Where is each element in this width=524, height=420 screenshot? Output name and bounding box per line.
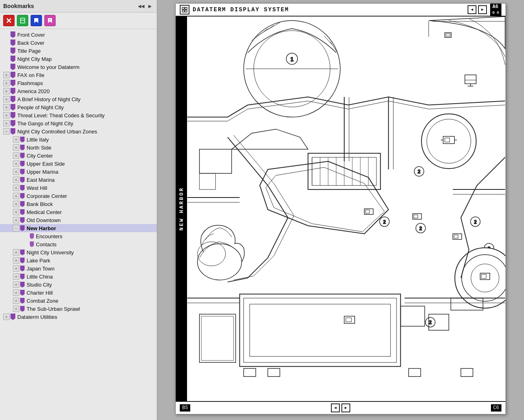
bookmark-item-brief-history[interactable]: +A Brief History of Night City bbox=[0, 95, 157, 103]
close-panel-btn[interactable]: ▶ bbox=[146, 2, 154, 10]
expand-btn-new-harbor[interactable]: − bbox=[13, 225, 19, 231]
bookmark-item-flashmaps[interactable]: +Flashmaps bbox=[0, 79, 157, 87]
map-header-title: DATATERM DISPLAY SYSTEM bbox=[193, 6, 289, 13]
expand-btn-city-center[interactable]: + bbox=[13, 152, 19, 159]
bookmark-flag-title-page bbox=[10, 48, 15, 54]
bookmark-label-threat-level: Threat Level: Theat Codes & Security bbox=[17, 112, 105, 119]
bookmark-item-fax-on-file[interactable]: +FAX on File bbox=[0, 71, 157, 79]
toolbar-bookmark-nav-btn[interactable] bbox=[31, 15, 42, 26]
bookmark-flag-studio-city bbox=[20, 282, 25, 288]
bookmark-flag-east-marina bbox=[20, 177, 25, 183]
expand-btn-west-hill[interactable]: + bbox=[13, 185, 19, 191]
expand-btn-lake-park[interactable]: + bbox=[13, 257, 19, 264]
expand-btn-medical-center[interactable]: + bbox=[13, 209, 19, 215]
bookmark-item-gangs[interactable]: +The Gangs of Night City bbox=[0, 119, 157, 127]
footer-nav bbox=[331, 403, 350, 412]
expand-btn-upper-marina[interactable]: + bbox=[13, 168, 19, 175]
expand-btn-night-city-czs[interactable]: − bbox=[3, 128, 10, 135]
bookmark-item-city-center[interactable]: +City Center bbox=[0, 152, 157, 160]
expand-btn-old-downtown[interactable]: + bbox=[13, 217, 19, 223]
expand-btn-people[interactable]: + bbox=[3, 104, 10, 110]
bookmark-label-welcome: Welcome to your Dataterm bbox=[17, 64, 79, 70]
bookmark-flag-old-downtown bbox=[20, 217, 25, 223]
bookmark-label-encounters: Encounters bbox=[36, 233, 62, 239]
bookmark-label-people: People of Night City bbox=[17, 104, 64, 110]
bookmark-flag-corporate-center bbox=[20, 193, 25, 199]
bookmark-label-combat-zone: Combat Zone bbox=[27, 298, 58, 304]
bookmark-flag-charter-hill bbox=[20, 290, 25, 296]
bookmark-flag-welcome bbox=[10, 64, 15, 70]
expand-btn-bank-block[interactable]: + bbox=[13, 201, 19, 207]
expand-btn-combat-zone[interactable]: + bbox=[13, 297, 19, 304]
bookmark-item-little-china[interactable]: +Little China bbox=[0, 272, 157, 281]
toolbar-bookmark-add-btn[interactable] bbox=[17, 15, 28, 26]
bookmark-item-charter-hill[interactable]: +Charter Hill bbox=[0, 289, 157, 297]
bookmark-item-people[interactable]: +People of Night City bbox=[0, 103, 157, 111]
bookmark-item-studio-city[interactable]: +Studio City bbox=[0, 281, 157, 289]
expand-btn-america-2020[interactable]: + bbox=[3, 88, 10, 94]
expand-btn-gangs[interactable]: + bbox=[3, 120, 10, 127]
bookmark-item-north-side[interactable]: +North Side bbox=[0, 143, 157, 152]
bookmark-item-threat-level[interactable]: +Threat Level: Theat Codes & Security bbox=[0, 111, 157, 119]
bookmark-item-west-hill[interactable]: +West Hill bbox=[0, 184, 157, 192]
bookmark-item-front-cover[interactable]: Front Cover bbox=[0, 31, 157, 39]
bookmark-item-bank-block[interactable]: +Bank Block bbox=[0, 200, 157, 208]
expand-btn-dataterm-utilities[interactable]: + bbox=[3, 314, 10, 320]
bookmark-flag-medical-center bbox=[20, 209, 25, 215]
bookmark-flag-front-cover bbox=[10, 31, 15, 38]
expand-btn-corporate-center[interactable]: + bbox=[13, 193, 19, 199]
bookmark-item-japan-town[interactable]: +Japan Town bbox=[0, 264, 157, 272]
toolbar-close-btn[interactable] bbox=[3, 15, 15, 26]
bookmark-item-upper-marina[interactable]: +Upper Marina bbox=[0, 168, 157, 176]
collapse-all-btn[interactable]: ◀◀ bbox=[137, 2, 145, 10]
bookmark-item-night-city-map[interactable]: Night City Map bbox=[0, 55, 157, 63]
bookmark-item-little-italy[interactable]: +Little Italy bbox=[0, 135, 157, 143]
bookmark-item-new-harbor[interactable]: −New Harbor bbox=[0, 224, 157, 232]
bookmark-item-upper-east-side[interactable]: +Upper East Side bbox=[0, 160, 157, 168]
bookmark-item-encounters[interactable]: Encounters bbox=[0, 232, 157, 240]
header-nav-icon2[interactable] bbox=[478, 5, 487, 14]
bookmark-label-new-harbor: New Harbor bbox=[27, 225, 56, 231]
bookmark-item-medical-center[interactable]: +Medical Center bbox=[0, 208, 157, 216]
bookmark-flag-fax-on-file bbox=[10, 72, 15, 78]
footer-nav-left[interactable] bbox=[331, 403, 340, 412]
footer-nav-right[interactable] bbox=[341, 403, 350, 412]
expand-btn-flashmaps[interactable]: + bbox=[3, 80, 10, 86]
map-footer: B5 C6 bbox=[176, 401, 505, 414]
bookmark-flag-little-italy bbox=[20, 137, 25, 143]
toolbar-bookmark-options-btn[interactable] bbox=[44, 15, 56, 26]
bookmark-item-night-city-university[interactable]: +Night City University bbox=[0, 248, 157, 256]
expand-btn-japan-town[interactable]: + bbox=[13, 265, 19, 272]
bookmark-item-dataterm-utilities[interactable]: +Dataterm Utilities bbox=[0, 313, 157, 321]
expand-btn-east-marina[interactable]: + bbox=[13, 177, 19, 183]
bookmark-item-corporate-center[interactable]: +Corporate Center bbox=[0, 192, 157, 200]
expand-btn-little-italy[interactable]: + bbox=[13, 136, 19, 143]
header-nav-icon[interactable] bbox=[468, 5, 476, 14]
bookmark-flag-threat-level bbox=[10, 112, 15, 119]
side-label: NEW HARBOR bbox=[176, 17, 187, 401]
expand-btn-studio-city[interactable]: + bbox=[13, 281, 19, 288]
bookmark-item-combat-zone[interactable]: +Combat Zone bbox=[0, 297, 157, 305]
expand-btn-upper-east-side[interactable]: + bbox=[13, 160, 19, 167]
expand-btn-fax-on-file[interactable]: + bbox=[3, 72, 10, 78]
bookmark-item-night-city-czs[interactable]: −Night City Controlled Urban Zones bbox=[0, 127, 157, 135]
expand-btn-sub-urban-sprawl[interactable]: + bbox=[13, 306, 19, 312]
bookmark-item-lake-park[interactable]: +Lake Park bbox=[0, 256, 157, 264]
bookmark-item-contacts[interactable]: Contacts bbox=[0, 240, 157, 248]
expand-btn-little-china[interactable]: + bbox=[13, 273, 19, 280]
bookmarks-list[interactable]: Front CoverBack CoverTitle PageNight Cit… bbox=[0, 29, 157, 420]
bookmark-item-sub-urban-sprawl[interactable]: +The Sub-Urban Sprawl bbox=[0, 305, 157, 313]
expand-btn-night-city-university[interactable]: + bbox=[13, 249, 19, 256]
bookmark-item-old-downtown[interactable]: +Old Downtown bbox=[0, 216, 157, 224]
expand-btn-north-side[interactable]: + bbox=[13, 144, 19, 151]
expand-btn-charter-hill[interactable]: + bbox=[13, 289, 19, 296]
bookmark-item-title-page[interactable]: Title Page bbox=[0, 47, 157, 55]
bookmark-item-back-cover[interactable]: Back Cover bbox=[0, 39, 157, 47]
bookmark-item-welcome[interactable]: Welcome to your Dataterm bbox=[0, 63, 157, 71]
expand-btn-threat-level[interactable]: + bbox=[3, 112, 10, 119]
expand-btn-brief-history[interactable]: + bbox=[3, 96, 10, 102]
bookmark-item-east-marina[interactable]: +East Marina bbox=[0, 176, 157, 184]
bookmark-item-america-2020[interactable]: +America 2020 bbox=[0, 87, 157, 95]
bookmarks-toolbar bbox=[0, 12, 157, 29]
bookmark-label-back-cover: Back Cover bbox=[17, 40, 44, 46]
